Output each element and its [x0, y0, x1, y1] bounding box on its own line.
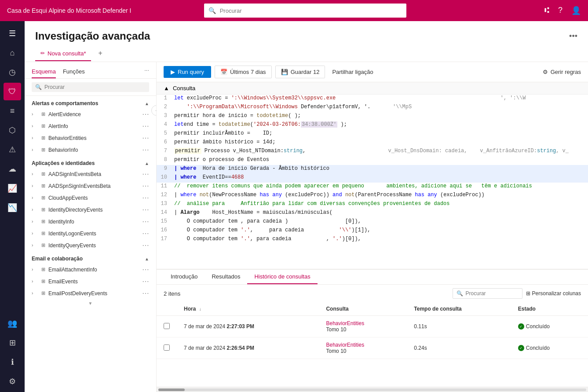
section-chevron-email[interactable]: ▲ — [145, 256, 149, 261]
th-tempo: Tempo de consulta — [407, 302, 511, 316]
nav-chart-icon[interactable]: 📈 — [4, 180, 21, 197]
sidebar-tab-funcoes[interactable]: Funções — [63, 66, 85, 78]
dots-icon-alertevidence[interactable]: ⋯ — [142, 110, 149, 118]
tab-nova-consulta[interactable]: ✏ Nova consulta* — [35, 47, 91, 61]
dots-icon-identityinfo[interactable]: ⋯ — [142, 217, 149, 226]
page-menu-icon[interactable]: ••• — [569, 32, 577, 41]
table-icon-emailevents: ⊞ — [40, 278, 47, 284]
dots-icon-identityquery[interactable]: ⋯ — [142, 241, 149, 249]
run-query-button[interactable]: ▶ Run query — [164, 66, 211, 78]
sidebar-item-aadspn[interactable]: › ⊞ AADSpnSignInEventsBeta ⋯ — [25, 180, 156, 192]
sidebar-item-identityinfo[interactable]: › ⊞ IdentityInfo ⋯ — [25, 216, 156, 227]
dots-icon-aadspn[interactable]: ⋯ — [142, 182, 149, 190]
code-line-14: 14 | Alargo Host_HostName = maiúsculas/m… — [157, 209, 588, 218]
play-icon: ▶ — [171, 69, 175, 75]
page-title: Investigação avançada — [35, 30, 150, 42]
sidebar-item-emailpostdelivery[interactable]: › ⊞ EmailPostDeliveryEvents ⋯ — [25, 287, 156, 299]
nav-settings-icon[interactable]: ⚙ — [4, 373, 21, 390]
tab-add-button[interactable]: + — [93, 46, 107, 62]
dots-icon-identitydir[interactable]: ⋯ — [142, 205, 149, 214]
dots-icon-alertinfo[interactable]: ⋯ — [142, 122, 149, 130]
code-line-11: 11 // remover itens comuns que ainda pod… — [157, 183, 588, 191]
code-line-8: 8 permitir o processo de Eventos — [157, 156, 588, 165]
dots-icon-aadsignin[interactable]: ⋯ — [142, 170, 149, 178]
sidebar-search-input[interactable] — [44, 84, 146, 90]
sidebar-tab-esquema[interactable]: Esquema — [32, 66, 56, 78]
dots-icon-emailattachment[interactable]: ⋯ — [142, 265, 149, 274]
nav-info-icon[interactable]: ℹ — [4, 353, 21, 371]
tab-introducao[interactable]: Introdução — [164, 270, 205, 284]
dots-icon-emailevents[interactable]: ⋯ — [142, 277, 149, 286]
tab-historico[interactable]: Histórico de consultas — [247, 270, 317, 284]
sidebar-item-behaviorinfo[interactable]: › ⊞ BehaviorInfo ⋯ — [25, 144, 156, 156]
section-header-aplicacoes: Aplicações e identidades ▲ — [25, 156, 156, 168]
tab-resultados[interactable]: Resultados — [205, 270, 247, 284]
nav-home-icon[interactable]: ⌂ — [4, 44, 21, 62]
code-line-1: 1 let excludeProc = ':\\Windows\\System3… — [157, 95, 588, 103]
nav-graph-icon[interactable]: 📉 — [4, 199, 21, 216]
section-chevron-aplicacoes[interactable]: ▲ — [145, 161, 149, 166]
row2-query-link[interactable]: BehaviorEntities — [326, 342, 400, 348]
gerir-icon: ⚙ — [543, 69, 548, 75]
connect-icon[interactable]: ⑆ — [544, 6, 549, 15]
sidebar-tab-more[interactable]: ... — [144, 66, 149, 78]
row2-date-text: 7 de mar de 2024 — [184, 345, 225, 351]
nav-people-icon[interactable]: 👥 — [4, 315, 21, 332]
nav-list-icon[interactable]: ≡ — [4, 102, 21, 120]
table-icon-emailpostdelivery: ⊞ — [40, 290, 47, 296]
dots-icon-behaviorinfo[interactable]: ⋯ — [142, 146, 149, 154]
nav-menu-icon[interactable]: ☰ — [4, 25, 21, 42]
query-toolbar: ▶ Run query 📅 Últimos 7 dias 💾 Guardar 1… — [157, 62, 588, 82]
sidebar-search-container: 🔍 — [25, 79, 156, 96]
row2-checkbox[interactable] — [164, 344, 170, 351]
nav-clock-icon[interactable]: ◷ — [4, 63, 21, 81]
nav-cloud-icon[interactable]: ☁ — [4, 160, 21, 178]
sidebar-item-behaviorentities[interactable]: › ⊞ BehaviorEntities ⋯ — [25, 132, 156, 144]
dots-icon-emailpostdelivery[interactable]: ⋯ — [142, 289, 149, 297]
nav-shield-icon[interactable]: 🛡 — [4, 83, 21, 100]
code-editor[interactable]: 1 let excludeProc = ':\\Windows\\System3… — [157, 95, 588, 269]
scrollbar-thumb[interactable] — [158, 388, 185, 391]
bottom-search-input[interactable] — [466, 290, 519, 297]
user-icon[interactable]: 👤 — [571, 6, 581, 15]
topbar-search-input[interactable] — [204, 4, 406, 18]
share-button[interactable]: Partilhar ligação — [329, 66, 376, 78]
gerir-regras-button[interactable]: ⚙ Gerir regras — [543, 69, 581, 75]
collapse-query-icon[interactable]: ▲ — [164, 85, 169, 92]
bottom-panel: Introdução Resultados Histórico de consu… — [157, 269, 588, 392]
personalizar-colunas-button[interactable]: ⊞ Personalizar colunas — [526, 290, 581, 297]
row1-checkbox[interactable] — [164, 323, 170, 329]
search-icon: 🔍 — [208, 7, 216, 14]
sidebar-item-identityquery[interactable]: › ⊞ IdentityQueryEvents ⋯ — [25, 239, 156, 251]
dots-icon-identitylogon[interactable]: ⋯ — [142, 229, 149, 238]
save-icon: 💾 — [281, 69, 288, 75]
sidebar-item-alertevidence[interactable]: › ⊞ AlertEvidence ⋯ — [25, 108, 156, 120]
sidebar-item-identitylogon[interactable]: › ⊞ IdentityLogonEvents ⋯ — [25, 227, 156, 239]
item-count: 2 itens — [164, 290, 180, 297]
sidebar-item-emailevents[interactable]: › ⊞ EmailEvents ⋯ — [25, 275, 156, 287]
help-icon[interactable]: ? — [558, 6, 562, 15]
sidebar-item-alertinfo[interactable]: › ⊞ AlertInfo ⋯ — [25, 120, 156, 132]
section-chevron-alertas[interactable]: ▲ — [145, 101, 149, 106]
row2-tempo: 0.24s — [407, 337, 511, 359]
row1-status-icon — [518, 323, 524, 330]
sidebar-item-emailattachment[interactable]: › ⊞ EmailAttachmentInfo ⋯ — [25, 264, 156, 275]
nav-apps-icon[interactable]: ⊞ — [4, 334, 21, 352]
th-hora[interactable]: Hora ↓ — [177, 302, 319, 316]
nav-warning-icon[interactable]: ⚠ — [4, 141, 21, 158]
sidebar-item-cloudapp[interactable]: › ⊞ CloudAppEvents ⋯ — [25, 192, 156, 204]
table-icon-aadspn: ⊞ — [40, 183, 47, 189]
table-icon-cloudapp: ⊞ — [40, 195, 47, 201]
nav-atom-icon[interactable]: ⬡ — [4, 121, 21, 139]
scrollbar-track[interactable] — [158, 388, 586, 391]
row1-query-link[interactable]: BehaviorEntities — [326, 320, 400, 326]
time-range-button[interactable]: 📅 Últimos 7 dias — [215, 66, 272, 78]
row2-query-sub: Tomo 10 — [326, 348, 400, 354]
sidebar-content: Alertas e comportamentos ▲ › ⊞ AlertEvid… — [25, 96, 156, 392]
save-button[interactable]: 💾 Guardar 12 — [275, 66, 325, 78]
sidebar-item-identitydir[interactable]: › ⊞ IdentityDirectoryEvents ⋯ — [25, 204, 156, 216]
dots-icon-behaviorentities[interactable]: ⋯ — [142, 134, 149, 142]
table-icon-aadsignin: ⊞ — [40, 171, 47, 177]
dots-icon-cloudapp[interactable]: ⋯ — [142, 194, 149, 202]
sidebar-item-aadsignin[interactable]: › ⊞ AADSignInEventsBeta ⋯ — [25, 168, 156, 180]
